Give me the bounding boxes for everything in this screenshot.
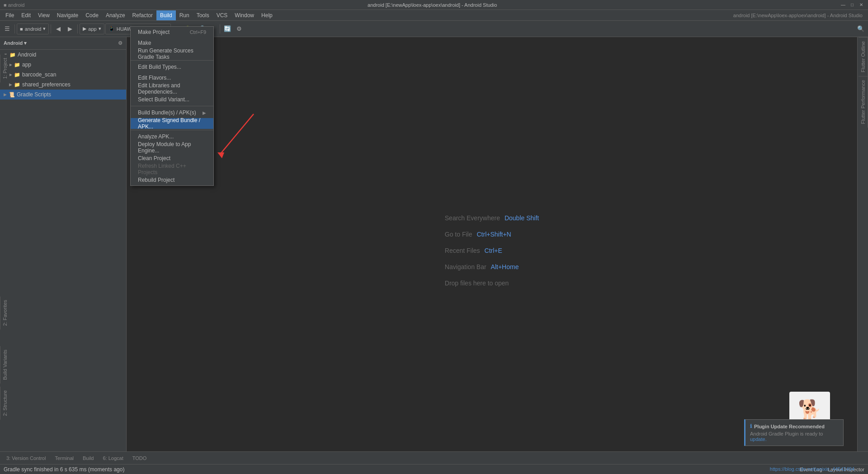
menu-clean-project[interactable]: Clean Project [131, 153, 213, 164]
refresh-cpp-label: Refresh Linked C++ Projects [138, 163, 206, 175]
menu-make[interactable]: Make [131, 38, 213, 48]
toolbar-menu-btn[interactable]: ☰ [2, 24, 13, 34]
maximize-button[interactable]: □ [849, 2, 855, 8]
logcat-label: 6: Logcat [103, 455, 123, 461]
menu-edit-flavors[interactable]: Edit Flavors... [131, 72, 213, 83]
tab-build[interactable]: Build [78, 452, 98, 464]
toolbar-separator-3 [77, 24, 78, 33]
flutter-performance-tab[interactable]: Flutter Performance [859, 76, 868, 128]
menu-edit-build-types[interactable]: Edit Build Types... [131, 62, 213, 72]
bottom-tabs-bar: 3: Version Control Terminal Build 6: Log… [0, 451, 868, 464]
menu-build[interactable]: Build [156, 10, 176, 20]
edit-libraries-label: Edit Libraries and Dependencies... [138, 82, 206, 95]
menu-tools[interactable]: Tools [193, 10, 213, 20]
tree-item-gradle-scripts[interactable]: ▶ 📜 Gradle Scripts [0, 90, 126, 100]
menu-generate-signed[interactable]: Generate Signed Bundle / APK... [131, 118, 213, 129]
sync-btn[interactable]: 🔄 [222, 24, 233, 34]
window-controls: — □ ✕ [840, 2, 864, 8]
search-everywhere-btn[interactable]: 🔍 [855, 24, 866, 34]
menu-make-project[interactable]: Make Project Ctrl+F9 [131, 27, 213, 38]
todo-label: TODO [132, 455, 147, 461]
tree-item-app[interactable]: ▶ 📁 app [0, 60, 126, 70]
hint-search-everywhere: Search Everywhere Double Shift [445, 214, 539, 222]
tree-arrow-shared: ▶ [9, 82, 12, 87]
menu-select-build-variant[interactable]: Select Build Variant... [131, 94, 213, 105]
toolbar-separator-2 [51, 24, 51, 33]
app-folder-icon: 📁 [14, 62, 20, 68]
menu-refactor[interactable]: Refactor [129, 10, 156, 20]
forward-btn[interactable]: ▶ [65, 24, 75, 34]
menu-help[interactable]: Help [258, 10, 276, 20]
separator-3 [131, 130, 213, 130]
toolbar-separator-1 [14, 24, 15, 33]
menu-refresh-cpp: Refresh Linked C++ Projects [131, 164, 213, 175]
run-config-name: app [88, 26, 96, 32]
project-name: android [25, 26, 42, 32]
hint-navbar-shortcut: Alt+Home [491, 263, 519, 270]
project-panel-header: Android ▾ ⚙ [0, 37, 126, 50]
project-panel: Android ▾ ⚙ ▼ 📁 Android ▶ 📁 app ▶ 📁 barc… [0, 37, 127, 464]
build-variants-tab[interactable]: Build Variants [0, 346, 9, 384]
minimize-button[interactable]: — [840, 2, 846, 8]
tree-item-shared-pref[interactable]: ▶ 📁 shared_preferences [0, 80, 126, 90]
menu-rebuild-project[interactable]: Rebuild Project [131, 175, 213, 185]
tab-todo[interactable]: TODO [128, 452, 151, 464]
build-tab-label: Build [83, 455, 94, 461]
structure-tab[interactable]: 2: Structure [0, 387, 9, 420]
project-tab[interactable]: 1: Project [0, 54, 9, 82]
hint-go-to-file: Go to File Ctrl+Shift+N [445, 231, 511, 238]
build-bundles-label: Build Bundle(s) / APK(s) [138, 109, 196, 116]
notification-link[interactable]: update. [750, 436, 767, 442]
favorites-tab[interactable]: 2: Favorites [0, 296, 9, 329]
analyze-apk-label: Analyze APK... [138, 133, 174, 140]
hint-drop-text: Drop files here to open [445, 280, 509, 287]
menu-vcs[interactable]: VCS [213, 10, 231, 20]
menu-analyze-apk[interactable]: Analyze APK... [131, 131, 213, 142]
svg-marker-1 [217, 152, 224, 158]
project-selector[interactable]: ■ android ▾ [17, 24, 49, 34]
notification-panel: ℹ Plugin Update Recommended Android Grad… [744, 419, 844, 446]
close-button[interactable]: ✕ [858, 2, 864, 8]
tree-item-barcode-scan[interactable]: ▶ 📁 barcode_scan [0, 70, 126, 80]
flutter-outline-tab[interactable]: Flutter Outline [859, 37, 868, 76]
menu-deploy-module[interactable]: Deploy Module to App Engine... [131, 142, 213, 153]
run-generate-label: Run Generate Sources Gradle Tasks [138, 47, 206, 60]
menu-window[interactable]: Window [231, 10, 258, 20]
menu-analyze[interactable]: Analyze [102, 10, 129, 20]
tab-logcat[interactable]: 6: Logcat [98, 452, 127, 464]
menu-file[interactable]: File [2, 10, 18, 20]
hint-search-text: Search Everywhere [445, 214, 500, 222]
menu-edit[interactable]: Edit [18, 10, 34, 20]
menu-build-bundles[interactable]: Build Bundle(s) / APK(s) ▶ [131, 107, 213, 118]
url-bar[interactable]: https://blog.csdn.net/weixin_44542494 [770, 464, 854, 474]
hint-navbar-text: Navigation Bar [445, 263, 486, 270]
menu-code[interactable]: Code [82, 10, 102, 20]
menu-run-generate[interactable]: Run Generate Sources Gradle Tasks [131, 48, 213, 59]
tab-terminal[interactable]: Terminal [50, 452, 78, 464]
svg-line-0 [220, 114, 254, 155]
menu-view[interactable]: View [34, 10, 53, 20]
shared-label: shared_preferences [22, 81, 71, 88]
project-settings-btn[interactable]: ⚙ [118, 40, 123, 46]
menu-run[interactable]: Run [176, 10, 193, 20]
run-config-selector[interactable]: ▶ app ▾ [80, 24, 104, 34]
gradle-btn[interactable]: ⚙ [234, 24, 245, 34]
make-label: Make [138, 40, 151, 46]
hint-goto-text: Go to File [445, 231, 472, 238]
status-message: Gradle sync finished in 6 s 635 ms (mome… [4, 466, 124, 473]
menu-edit-libraries[interactable]: Edit Libraries and Dependencies... [131, 83, 213, 94]
submenu-arrow-icon: ▶ [203, 110, 206, 115]
project-panel-title: Android ▾ [4, 40, 27, 46]
make-project-shortcut: Ctrl+F9 [190, 29, 206, 35]
back-btn[interactable]: ◀ [53, 24, 64, 34]
app-label: app [22, 62, 31, 68]
tree-arrow-app: ▶ [9, 62, 12, 67]
menu-navigate[interactable]: Navigate [53, 10, 82, 20]
tree-item-android[interactable]: ▼ 📁 Android [0, 50, 126, 60]
notification-title: ℹ Plugin Update Recommended [750, 423, 839, 429]
tab-version-control[interactable]: 3: Version Control [2, 452, 50, 464]
select-build-variant-label: Select Build Variant... [138, 96, 189, 103]
terminal-label: Terminal [55, 455, 74, 461]
red-arrow-annotation [215, 109, 258, 164]
notification-body: Android Gradle Plugin is ready to update… [750, 431, 839, 442]
